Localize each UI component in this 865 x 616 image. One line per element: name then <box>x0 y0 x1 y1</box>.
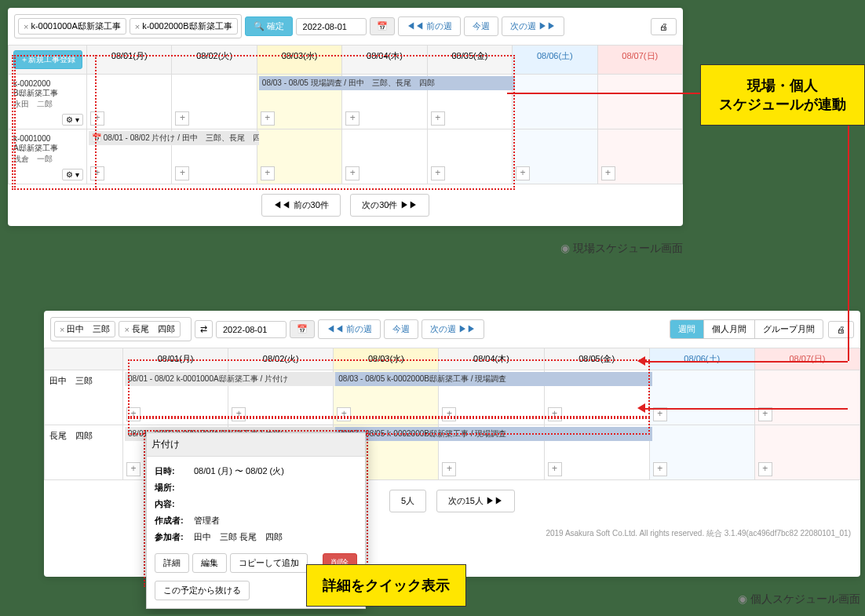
view-week-button[interactable]: 週間 <box>670 320 704 338</box>
tag[interactable]: ×k-0002000B邸新築工事 <box>130 18 238 35</box>
add-button[interactable]: + <box>261 166 275 180</box>
gear-icon[interactable]: ⚙ ▾ <box>62 114 83 126</box>
prev-week-button[interactable]: ◀◀ 前の週 <box>318 319 381 339</box>
day-header: 08/05(金) <box>427 46 512 75</box>
day-header: 08/03(水) <box>334 348 439 370</box>
add-button[interactable]: + <box>175 166 189 180</box>
close-icon[interactable]: × <box>135 22 140 31</box>
edit-button[interactable]: 編集 <box>192 553 227 573</box>
event-bar[interactable]: 08/03 - 08/05 k-0002000B邸新築工事 / 現場調査 <box>335 427 651 441</box>
next-page-button[interactable]: 次の30件 ▶▶ <box>350 194 429 217</box>
prev-page-button[interactable]: ◀◀ 前の30件 <box>261 194 340 217</box>
cell[interactable]: 📅 08/01 - 08/02 片付け / 田中 三郎、長尾 四郎 + <box>87 129 172 184</box>
callout-quick-view: 詳細をクイック表示 <box>306 564 466 607</box>
tag-input[interactable]: ×k-0001000A邸新築工事 ×k-0002000B邸新築工事 <box>14 14 242 38</box>
row-header: 田中 三郎 <box>45 370 123 425</box>
tag-input[interactable]: ×田中 三郎 ×長尾 四郎 <box>50 317 192 341</box>
this-week-button[interactable]: 今週 <box>384 319 418 339</box>
cell[interactable]: 08/03 - 08/05 現場調査 / 田中 三郎、長尾 四郎 + <box>257 75 341 129</box>
detail-button[interactable]: 詳細 <box>155 553 189 573</box>
cell[interactable]: + <box>649 425 754 480</box>
cell[interactable]: + <box>427 129 512 184</box>
event-bar[interactable]: 08/01 - 08/02 k-0001000A邸新築工事 / 片付け <box>125 372 335 386</box>
add-job-button[interactable]: ＋新規工事登録 <box>13 50 82 69</box>
event-bar[interactable]: 08/03 - 08/05 現場調査 / 田中 三郎、長尾 四郎 <box>259 76 515 90</box>
cell[interactable]: + <box>597 129 682 184</box>
prev-page-button[interactable]: 5人 <box>389 490 426 512</box>
confirm-button[interactable]: 🔍 確定 <box>245 16 293 36</box>
add-button[interactable]: + <box>337 407 351 421</box>
day-header: 08/04(木) <box>439 348 544 370</box>
date-input[interactable] <box>216 321 287 338</box>
copy-add-button[interactable]: コピーして追加 <box>230 553 308 573</box>
cell[interactable]: + <box>754 370 860 425</box>
calendar-icon[interactable]: 📅 <box>290 320 315 338</box>
close-icon[interactable]: × <box>124 325 129 334</box>
day-header: 08/01(月) <box>123 348 228 370</box>
view-toggle: 週間 個人月間 グループ月間 <box>670 319 823 339</box>
arrow-icon <box>637 403 645 413</box>
shuffle-icon[interactable]: ⇄ <box>195 320 213 338</box>
add-button[interactable]: + <box>442 462 456 476</box>
cell[interactable]: + <box>513 129 597 184</box>
add-button[interactable]: + <box>442 407 456 421</box>
add-button[interactable]: + <box>653 462 667 476</box>
this-week-button[interactable]: 今週 <box>464 16 498 36</box>
print-button[interactable]: 🖨 <box>651 18 677 35</box>
date-input[interactable] <box>296 18 367 35</box>
add-button[interactable]: + <box>126 462 141 476</box>
arrow-icon <box>637 356 645 366</box>
next-page-button[interactable]: 次の15人 ▶▶ <box>436 490 515 512</box>
add-button[interactable]: + <box>548 407 562 421</box>
cell[interactable]: 08/01 - 08/02 k-0001000A邸新築工事 / 片付け + <box>123 370 228 425</box>
cell[interactable]: + <box>754 425 860 480</box>
connector-line <box>644 408 848 410</box>
cell[interactable] <box>597 75 682 129</box>
gear-icon[interactable]: ⚙ ▾ <box>62 169 83 180</box>
cell[interactable]: 08/03 - 08/05 k-0002000B邸新築工事 / 現場調査 + <box>334 370 439 425</box>
add-button[interactable]: + <box>601 166 615 180</box>
event-bar[interactable]: 08/03 - 08/05 k-0002000B邸新築工事 / 現場調査 <box>335 372 651 386</box>
cell[interactable] <box>513 75 597 129</box>
day-header: 08/06(土) <box>513 46 597 75</box>
add-button[interactable]: + <box>431 166 445 180</box>
close-icon[interactable]: × <box>60 325 64 334</box>
add-button[interactable]: + <box>175 111 189 126</box>
tag[interactable]: ×田中 三郎 <box>54 321 115 337</box>
leave-button[interactable]: この予定から抜ける <box>155 581 250 600</box>
cell[interactable]: + <box>172 75 257 129</box>
add-button[interactable]: + <box>758 462 772 476</box>
day-header: 08/05(金) <box>544 348 649 370</box>
add-button[interactable]: + <box>548 462 562 476</box>
add-button[interactable]: + <box>126 407 141 421</box>
toolbar: ×田中 三郎 ×長尾 四郎 ⇄ 📅 ◀◀ 前の週 今週 次の週 ▶▶ 週間 個人… <box>44 311 860 348</box>
cell[interactable]: + <box>342 129 427 184</box>
connector-line <box>507 93 700 94</box>
cell[interactable]: + <box>649 370 754 425</box>
add-button[interactable]: + <box>431 111 445 126</box>
tag[interactable]: ×長尾 四郎 <box>119 321 180 337</box>
calendar-icon[interactable]: 📅 <box>370 17 395 35</box>
print-button[interactable]: 🖨 <box>828 321 854 338</box>
pager: ◀◀ 前の30件 次の30件 ▶▶ <box>8 184 683 226</box>
close-icon[interactable]: × <box>24 22 28 31</box>
view-personal-month-button[interactable]: 個人月間 <box>704 320 755 338</box>
next-week-button[interactable]: 次の週 ▶▶ <box>502 16 564 36</box>
tag[interactable]: ×k-0001000A邸新築工事 <box>18 18 126 35</box>
next-week-button[interactable]: 次の週 ▶▶ <box>422 319 484 339</box>
view-group-month-button[interactable]: グループ月間 <box>755 320 823 338</box>
add-button[interactable]: + <box>345 111 360 126</box>
event-bar[interactable]: 📅 08/01 - 08/02 片付け / 田中 三郎、長尾 四郎 <box>89 131 259 145</box>
prev-week-button[interactable]: ◀◀ 前の週 <box>398 16 461 36</box>
cell[interactable]: + <box>87 75 172 129</box>
add-button[interactable]: + <box>90 166 104 180</box>
popup-datetime: 08/01 (月) 〜 08/02 (火) <box>194 466 284 476</box>
add-button[interactable]: + <box>516 166 530 180</box>
cell[interactable]: + <box>257 129 341 184</box>
add-button[interactable]: + <box>261 111 275 126</box>
add-button[interactable]: + <box>232 407 246 421</box>
add-button[interactable]: + <box>90 111 104 126</box>
add-button[interactable]: + <box>345 166 360 180</box>
day-header: 08/02(火) <box>228 348 334 370</box>
personal-schedule-panel: ×田中 三郎 ×長尾 四郎 ⇄ 📅 ◀◀ 前の週 今週 次の週 ▶▶ 週間 個人… <box>44 311 860 577</box>
